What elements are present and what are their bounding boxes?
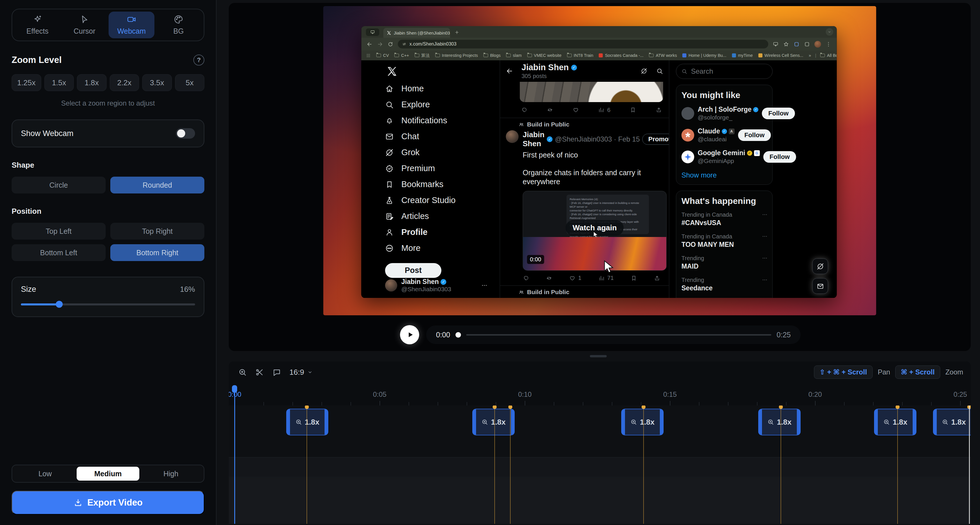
bookmark-item[interactable]: Wireless Cell Sens... — [758, 53, 803, 58]
show-more-link[interactable]: Show more — [676, 168, 772, 184]
mode-tab[interactable]: Effects — [14, 12, 60, 38]
x-nav-item[interactable]: Creator Studio — [385, 192, 500, 208]
keyframe-marker[interactable] — [510, 407, 511, 524]
x-nav-item[interactable]: More — [385, 240, 500, 256]
repost-action[interactable] — [547, 107, 553, 113]
trend-more-icon[interactable] — [762, 277, 768, 283]
trend-more-icon[interactable] — [762, 212, 768, 217]
tweet[interactable]: Build in Public Jiabin Shen ✓ @ShenJiabi… — [500, 286, 669, 298]
tweet[interactable]: Build in Public Jiabin Shen ✓ @ShenJiabi… — [500, 118, 669, 285]
tweet-photo[interactable] — [520, 82, 663, 102]
position-option[interactable]: Bottom Left — [12, 244, 106, 261]
scrubber-track[interactable] — [466, 334, 772, 336]
zoom-level-button[interactable]: 2.2x — [110, 74, 139, 91]
show-more-link[interactable]: Show more — [676, 295, 772, 298]
playhead-line[interactable] — [234, 389, 235, 524]
bookmark-item[interactable]: ATW works — [649, 53, 677, 58]
keyframe-marker[interactable] — [643, 407, 644, 524]
cut-icon[interactable] — [255, 368, 264, 377]
extensions-icon[interactable] — [804, 41, 810, 47]
help-icon[interactable]: ? — [193, 54, 204, 65]
x-nav-item[interactable]: Home — [385, 81, 500, 97]
mode-tab[interactable]: Cursor — [62, 12, 107, 38]
reply-action[interactable] — [523, 275, 529, 281]
mode-tab[interactable]: BG — [156, 12, 202, 38]
x-nav-item[interactable]: Explore — [385, 97, 500, 113]
follow-button[interactable]: Follow — [762, 108, 795, 119]
bookmark-item[interactable]: slam — [506, 53, 522, 58]
save-page-icon[interactable] — [773, 41, 779, 47]
site-info-icon[interactable] — [402, 42, 407, 46]
like-action[interactable] — [573, 107, 579, 113]
bookmark-star-icon[interactable] — [783, 41, 789, 47]
repost-action[interactable] — [546, 275, 552, 281]
bookmark-item[interactable]: Home | Udemy Bu... — [682, 53, 726, 58]
quality-option[interactable]: High — [139, 467, 202, 481]
shape-option[interactable]: Rounded — [110, 177, 204, 194]
trend-more-icon[interactable] — [762, 233, 768, 239]
export-video-button[interactable]: Export Video — [12, 491, 204, 515]
all-bookmarks[interactable]: All Bookmarks — [820, 53, 837, 58]
bookmark-action[interactable] — [630, 107, 636, 113]
share-action[interactable] — [655, 107, 662, 113]
tab-list-chevron[interactable] — [826, 28, 834, 36]
x-nav-item[interactable]: Chat — [385, 128, 500, 144]
zoom-segment[interactable]: 1.8x — [933, 409, 971, 435]
x-nav-item[interactable]: Profile — [385, 224, 500, 240]
zoom-level-button[interactable]: 5x — [175, 74, 205, 91]
mode-tab[interactable]: Webcam — [108, 12, 154, 38]
bookmark-item[interactable]: 算法 — [415, 53, 430, 58]
x-nav-item[interactable]: Premium — [385, 160, 500, 176]
tab-search-icon[interactable] — [366, 29, 379, 36]
bookmark-item[interactable]: VMEC website — [527, 53, 562, 58]
shape-option[interactable]: Circle — [12, 177, 106, 194]
trend-item[interactable]: Trending Seedance — [676, 273, 772, 295]
bookmarks-overflow-chevron[interactable]: » — [809, 53, 811, 58]
post-button[interactable]: Post — [385, 263, 442, 278]
trend-more-icon[interactable] — [762, 255, 768, 261]
bookmark-action[interactable] — [630, 275, 637, 281]
bookmark-item[interactable]: Blogs — [483, 53, 500, 58]
x-nav-item[interactable]: Articles — [385, 208, 500, 224]
zoom-segment[interactable]: 1.8x — [472, 409, 515, 435]
trend-item[interactable]: Trending in Canada TOO MANY MEN — [676, 230, 772, 252]
timeline-ruler[interactable]: 0:000:050:100:150:200:25 — [229, 383, 971, 406]
promote-button[interactable]: Promote — [642, 134, 669, 145]
zoom-level-button[interactable]: 1.5x — [45, 74, 74, 91]
keyframe-marker[interactable] — [494, 407, 495, 524]
tweet-video[interactable]: Relevant Memories (4):· [Feb 16, chatgpt… — [523, 191, 667, 271]
quality-option[interactable]: Medium — [76, 467, 140, 481]
browser-menu-icon[interactable] — [826, 41, 832, 47]
position-option[interactable]: Top Left — [12, 223, 106, 240]
zoom-segment[interactable]: 1.8x — [286, 409, 328, 435]
bookmark-item[interactable]: INT8 Train — [567, 53, 593, 58]
trend-item[interactable]: Trending MAID — [676, 252, 772, 273]
zoom-level-button[interactable]: 1.8x — [77, 74, 107, 91]
bookmark-item[interactable]: myTime — [732, 53, 753, 58]
new-tab-button[interactable] — [453, 28, 461, 36]
back-arrow-icon[interactable] — [506, 67, 514, 75]
community-label[interactable]: Build in Public — [506, 289, 663, 295]
x-logo[interactable] — [387, 66, 398, 76]
community-label[interactable]: Build in Public — [506, 121, 663, 128]
bookmark-item[interactable]: C++ — [395, 53, 409, 58]
annotation-icon[interactable] — [272, 368, 281, 377]
browser-profile-avatar[interactable] — [815, 41, 821, 48]
search-icon[interactable] — [656, 68, 663, 75]
follow-suggestion-row[interactable]: Google Gemini ✓ G @GeminiApp Follow — [676, 146, 772, 168]
keyframe-marker[interactable] — [897, 407, 898, 524]
x-nav-item[interactable]: Grok — [385, 144, 500, 160]
tweet-author[interactable]: Jiabin Shen — [523, 130, 544, 148]
scrubber-thumb[interactable] — [455, 332, 461, 338]
player-scrubber[interactable]: 0:00 0:25 — [426, 325, 800, 344]
avatar[interactable] — [506, 130, 519, 143]
zoom-segment[interactable]: 1.8x — [621, 409, 663, 435]
bookmark-item[interactable]: CV — [377, 53, 389, 58]
zoom-level-button[interactable]: 3.5x — [142, 74, 172, 91]
position-option[interactable]: Top Right — [110, 223, 204, 240]
slider-thumb[interactable] — [56, 301, 63, 308]
browser-forward-icon[interactable] — [377, 41, 383, 47]
show-webcam-toggle[interactable] — [176, 128, 195, 139]
zoom-segment[interactable]: 1.8x — [758, 409, 800, 435]
messages-floating-button[interactable] — [813, 278, 828, 294]
